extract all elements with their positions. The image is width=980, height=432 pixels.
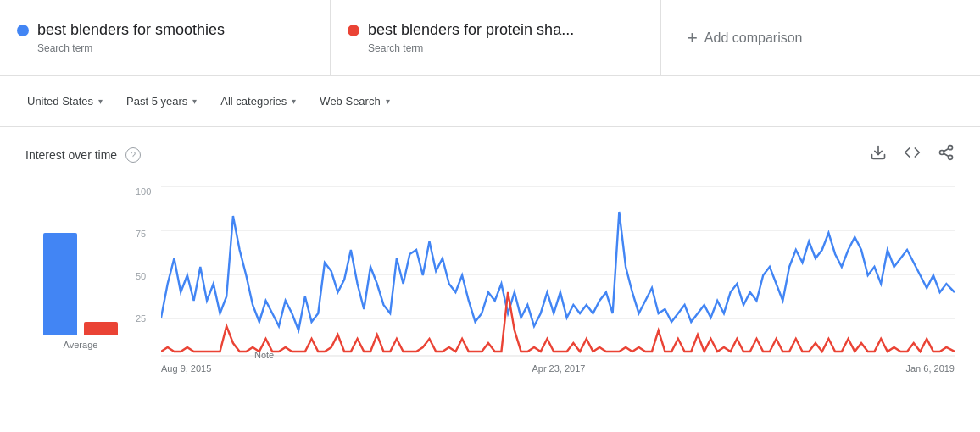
chart-actions [870,144,955,165]
chart-container: Average 100 75 50 25 [25,182,955,375]
embed-button[interactable] [904,144,921,165]
chart-left: Average [25,182,136,375]
avg-bar-blue [43,233,77,335]
help-icon-label: ? [131,150,136,160]
time-label: Past 5 years [126,95,187,108]
search-term-1-subtitle: Search term [17,42,313,54]
x-label-1: Aug 9, 2015 [161,363,211,374]
x-label-3: Jan 6, 2019 [906,363,955,374]
avg-bar-red [84,322,118,335]
search-term-2[interactable]: best blenders for protein sha... Search … [331,0,661,75]
y-label-50: 50 [136,271,161,281]
type-filter[interactable]: Web Search ▾ [309,88,399,114]
time-chevron-icon: ▾ [192,97,197,106]
search-term-2-subtitle: Search term [348,42,643,54]
chart-header: Interest over time ? [25,144,955,165]
avg-label: Average [64,340,98,350]
location-chevron-icon: ▾ [98,97,103,106]
add-comparison-label: Add comparison [704,30,803,46]
filter-bar: United States ▾ Past 5 years ▾ All categ… [0,76,980,127]
dot-blue [17,25,29,36]
search-term-1[interactable]: best blenders for smoothies Search term [0,0,331,75]
search-term-1-title: best blenders for smoothies [37,21,225,39]
chart-main: 100 75 50 25 [136,182,955,375]
search-terms-bar: best blenders for smoothies Search term … [0,0,980,76]
y-label-25: 25 [136,313,161,324]
chart-section: Interest over time ? [0,127,980,392]
y-label-100: 100 [136,186,161,197]
location-label: United States [27,95,93,108]
time-filter[interactable]: Past 5 years ▾ [116,88,207,114]
y-label-75: 75 [136,229,161,239]
category-chevron-icon: ▾ [292,97,296,106]
svg-line-4 [944,153,949,156]
category-filter[interactable]: All categories ▾ [210,88,306,114]
trend-chart-svg [161,182,955,360]
plus-icon: + [687,27,698,49]
dot-red [348,25,359,36]
avg-bar-container [43,182,118,335]
svg-line-5 [944,148,949,151]
chart-title-group: Interest over time ? [25,147,141,163]
download-button[interactable] [870,144,887,165]
note-label: Note [254,350,274,360]
category-label: All categories [220,95,287,108]
chart-title: Interest over time [25,148,117,162]
blue-trend-line [161,212,955,330]
add-comparison-button[interactable]: + Add comparison [661,0,827,75]
type-label: Web Search [320,95,380,108]
share-button[interactable] [938,144,955,165]
help-icon[interactable]: ? [125,147,141,163]
x-axis-labels: Aug 9, 2015 Apr 23, 2017 Jan 6, 2019 [136,360,955,374]
x-label-2: Apr 23, 2017 [532,363,585,374]
location-filter[interactable]: United States ▾ [17,88,113,114]
search-term-2-title: best blenders for protein sha... [368,21,574,39]
type-chevron-icon: ▾ [386,97,390,106]
